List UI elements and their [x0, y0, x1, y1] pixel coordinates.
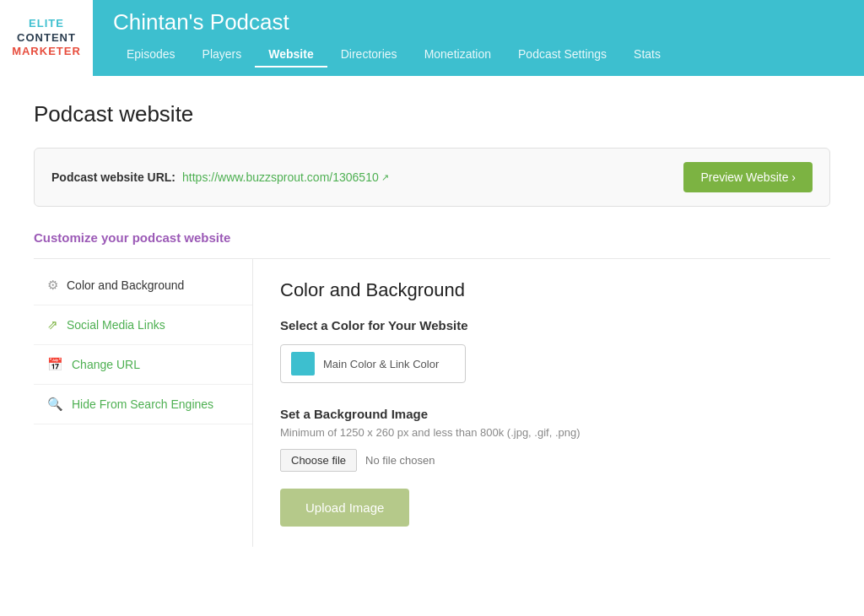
nav-item-stats[interactable]: Stats	[620, 42, 674, 68]
sidebar-item-url[interactable]: 📅 Change URL	[34, 345, 252, 385]
sidebar-item-label-social: Social Media Links	[67, 318, 165, 332]
choose-file-button[interactable]: Choose file	[280, 449, 357, 472]
social-icon: ⇗	[47, 317, 58, 332]
podcast-title: Chintan's Podcast	[113, 9, 844, 35]
url-icon: 📅	[47, 357, 63, 372]
nav-item-podcast-settings[interactable]: Podcast Settings	[505, 42, 620, 68]
sidebar-item-social[interactable]: ⇗ Social Media Links	[34, 305, 252, 345]
color-selector[interactable]: Main Color & Link Color	[280, 344, 466, 383]
main-nav: Episodes Players Website Directories Mon…	[113, 42, 844, 68]
color-section-label: Select a Color for Your Website	[280, 318, 803, 332]
main-content: Podcast website Podcast website URL: htt…	[0, 76, 864, 616]
nav-item-episodes[interactable]: Episodes	[113, 42, 189, 68]
color-swatch	[291, 352, 315, 376]
two-column-layout: ⚙ Color and Background ⇗ Social Media Li…	[34, 258, 830, 547]
url-label: Podcast website URL:	[51, 170, 176, 184]
upload-image-button[interactable]: Upload Image	[280, 489, 409, 527]
sidebar-item-search[interactable]: 🔍 Hide From Search Engines	[34, 385, 252, 424]
header: ELITE CONTENT MARKETER Chintan's Podcast…	[0, 0, 864, 76]
nav-item-players[interactable]: Players	[189, 42, 256, 68]
bg-subtitle: Minimum of 1250 x 260 px and less than 8…	[280, 426, 803, 439]
color-bg-icon: ⚙	[47, 278, 58, 293]
sidebar: ⚙ Color and Background ⇗ Social Media Li…	[34, 259, 253, 547]
nav-item-directories[interactable]: Directories	[327, 42, 411, 68]
sidebar-item-label-url: Change URL	[72, 358, 140, 371]
content-area: Color and Background Select a Color for …	[253, 259, 830, 547]
sidebar-item-label-color-bg: Color and Background	[67, 278, 184, 292]
section-title: Color and Background	[280, 279, 803, 301]
logo: ELITE CONTENT MARKETER	[12, 17, 81, 60]
nav-item-website[interactable]: Website	[255, 42, 327, 68]
no-file-text: No file chosen	[365, 454, 435, 467]
search-icon: 🔍	[47, 397, 63, 412]
url-bar: Podcast website URL: https://www.buzzspr…	[34, 148, 830, 207]
url-value: https://www.buzzsprout.com/1306510	[182, 170, 379, 184]
url-section: Podcast website URL: https://www.buzzspr…	[51, 170, 389, 184]
bg-section: Set a Background Image Minimum of 1250 x…	[280, 407, 803, 527]
sidebar-item-label-search: Hide From Search Engines	[72, 397, 213, 411]
color-label: Main Color & Link Color	[323, 358, 439, 370]
customize-heading: Customize your podcast website	[34, 230, 830, 245]
page-title: Podcast website	[34, 101, 830, 127]
external-link-icon: ↗	[381, 172, 389, 183]
logo-box: ELITE CONTENT MARKETER	[0, 0, 93, 76]
sidebar-item-color-bg[interactable]: ⚙ Color and Background	[34, 266, 252, 305]
color-section: Select a Color for Your Website Main Col…	[280, 318, 803, 383]
header-right: Chintan's Podcast Episodes Players Websi…	[93, 1, 864, 76]
url-link[interactable]: https://www.buzzsprout.com/1306510 ↗	[182, 170, 389, 184]
bg-section-title: Set a Background Image	[280, 407, 803, 421]
preview-website-button[interactable]: Preview Website ›	[683, 162, 813, 192]
nav-item-monetization[interactable]: Monetization	[411, 42, 505, 68]
file-input-row: Choose file No file chosen	[280, 449, 803, 472]
